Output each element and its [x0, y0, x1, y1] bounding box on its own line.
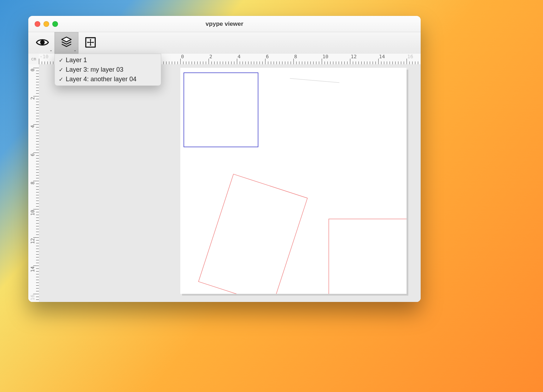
layers-menu-item[interactable]: ✓Layer 4: another layer 04	[55, 75, 161, 84]
check-icon: ✓	[58, 66, 64, 73]
ruler-vertical: 024681012141618	[28, 64, 39, 302]
ruler-h-label: 16	[407, 54, 413, 59]
app-window: vpype viewer ⌄ ⌄	[28, 16, 421, 302]
ruler-h-label: -10	[40, 54, 48, 59]
close-button[interactable]	[35, 21, 40, 27]
view-mode-button[interactable]: ⌄	[30, 32, 54, 54]
fit-icon	[83, 35, 98, 51]
ruler-v-label: 6	[30, 153, 35, 156]
layers-menu-item-label: Layer 1	[66, 57, 87, 64]
zoom-button[interactable]	[52, 21, 58, 27]
ruler-v-label: 12	[30, 238, 35, 244]
toolbar: ⌄ ⌄	[28, 32, 421, 54]
layers-menu-item-label: Layer 3: my layer 03	[66, 66, 123, 73]
ruler-h-label: 14	[379, 54, 385, 59]
ruler-h-label: 12	[351, 54, 357, 59]
layers-button[interactable]: ⌄	[54, 32, 78, 54]
ruler-v-label: 0	[30, 69, 35, 71]
shape-rect-blue	[184, 73, 258, 147]
ruler-unit-label: cm	[28, 54, 39, 65]
drawing	[180, 68, 407, 294]
ruler-v-label: 14	[30, 266, 35, 272]
fit-button[interactable]	[78, 32, 103, 54]
traffic-lights	[28, 21, 58, 27]
ruler-h-label: 6	[266, 54, 269, 59]
window-title: vpype viewer	[28, 20, 421, 28]
ruler-v-label: 4	[30, 125, 35, 128]
shape-rect-red-rotated	[198, 174, 307, 294]
check-icon: ✓	[58, 76, 64, 83]
layers-menu: ✓Layer 1✓Layer 3: my layer 03✓Layer 4: a…	[54, 54, 161, 86]
layers-menu-item[interactable]: ✓Layer 3: my layer 03	[55, 65, 161, 75]
titlebar: vpype viewer	[28, 16, 421, 32]
svg-point-0	[41, 41, 44, 44]
check-icon: ✓	[58, 57, 64, 64]
ruler-h-label: 8	[294, 54, 297, 59]
layers-menu-item[interactable]: ✓Layer 1	[55, 55, 161, 65]
canvas[interactable]	[39, 64, 421, 302]
page	[180, 68, 407, 294]
chevron-down-icon: ⌄	[74, 48, 76, 52]
ruler-v-label: 2	[30, 97, 35, 100]
shape-line-grey	[290, 78, 339, 83]
layers-icon	[59, 35, 74, 51]
ruler-h-label: 2	[209, 54, 212, 59]
ruler-v-label: 16	[30, 295, 35, 301]
ruler-h-label: 4	[238, 54, 240, 59]
ruler-v-label: 8	[30, 182, 35, 184]
content-area: cm -12-10-8-6-4-202468101214161820 02468…	[28, 54, 421, 302]
layers-menu-item-label: Layer 4: another layer 04	[66, 76, 136, 83]
ruler-h-label: 10	[322, 54, 328, 59]
ruler-h-label: 0	[181, 54, 184, 59]
chevron-down-icon: ⌄	[49, 48, 52, 52]
minimize-button[interactable]	[43, 21, 49, 27]
eye-icon	[35, 35, 49, 51]
ruler-v-label: 10	[30, 210, 35, 216]
shape-rect-red	[329, 219, 407, 294]
